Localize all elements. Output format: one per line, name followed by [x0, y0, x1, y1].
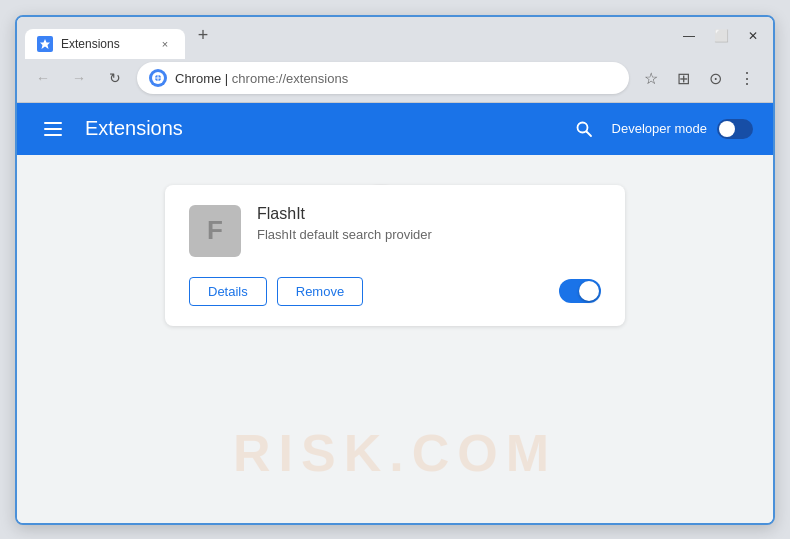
tab-close-button[interactable]: ×	[157, 36, 173, 52]
extension-info: FlashIt FlashIt default search provider	[257, 205, 601, 242]
address-bar-actions: ☆ ⊞ ⊙ ⋮	[637, 64, 761, 92]
dev-mode-label: Developer mode	[612, 121, 707, 136]
extension-enabled-toggle-wrapper	[559, 279, 601, 303]
new-tab-button[interactable]: +	[189, 22, 217, 50]
minimize-button[interactable]: —	[677, 24, 701, 48]
url-path: chrome://extensions	[232, 71, 348, 86]
url-text: Chrome | chrome://extensions	[175, 71, 617, 86]
bookmark-button[interactable]: ☆	[637, 64, 665, 92]
details-button[interactable]: Details	[189, 277, 267, 306]
extension-name: FlashIt	[257, 205, 601, 223]
extension-toggle-thumb	[579, 281, 599, 301]
svg-line-2	[586, 131, 591, 136]
tab-favicon	[37, 36, 53, 52]
menu-button[interactable]: ⋮	[733, 64, 761, 92]
window-controls: — ⬜ ✕	[677, 24, 765, 48]
active-tab[interactable]: Extensions ×	[25, 29, 185, 59]
extension-enabled-toggle[interactable]	[559, 279, 601, 303]
browser-window: Extensions × + — ⬜ ✕ ← → ↻	[15, 15, 775, 525]
toggle-thumb	[719, 121, 735, 137]
hamburger-line-2	[44, 128, 62, 130]
profile-button[interactable]: ⊙	[701, 64, 729, 92]
extensions-button[interactable]: ⊞	[669, 64, 697, 92]
developer-mode-toggle[interactable]	[717, 119, 753, 139]
site-icon	[149, 69, 167, 87]
forward-button[interactable]: →	[65, 64, 93, 92]
remove-button[interactable]: Remove	[277, 277, 363, 306]
tab-area: Extensions × +	[25, 17, 673, 55]
extensions-search-button[interactable]	[568, 113, 600, 145]
site-icon-inner	[152, 72, 164, 84]
back-button[interactable]: ←	[29, 64, 57, 92]
watermark-text: RISK.COM	[233, 423, 557, 483]
maximize-button[interactable]: ⬜	[709, 24, 733, 48]
title-bar: Extensions × + — ⬜ ✕	[17, 17, 773, 55]
url-site-name: Chrome	[175, 71, 221, 86]
extension-icon: F	[189, 205, 241, 257]
tab-title: Extensions	[61, 37, 149, 51]
refresh-button[interactable]: ↻	[101, 64, 129, 92]
url-separator: |	[221, 71, 232, 86]
extensions-header: Extensions Developer mode	[17, 103, 773, 155]
hamburger-menu-button[interactable]	[37, 113, 69, 145]
extension-icon-letter: F	[207, 215, 223, 246]
extension-card: F FlashIt FlashIt default search provide…	[165, 185, 625, 326]
close-button[interactable]: ✕	[741, 24, 765, 48]
extensions-page-title: Extensions	[85, 117, 568, 140]
hamburger-line-3	[44, 134, 62, 136]
url-bar[interactable]: Chrome | chrome://extensions	[137, 62, 629, 94]
extension-description: FlashIt default search provider	[257, 227, 601, 242]
extension-card-header: F FlashIt FlashIt default search provide…	[189, 205, 601, 257]
address-bar: ← → ↻ Chrome | chrome://extensions ☆ ⊞ ⊙…	[17, 55, 773, 103]
hamburger-line-1	[44, 122, 62, 124]
extension-card-footer: Details Remove	[189, 277, 601, 306]
extensions-content: RISK.COM F FlashIt FlashIt default searc…	[17, 155, 773, 523]
